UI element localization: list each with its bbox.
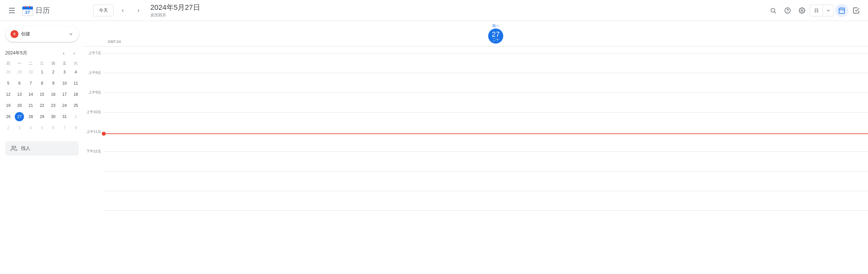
mini-cal-day[interactable]: 20 (14, 100, 25, 111)
date-title-area: 2024年5月27日 农历四月 (150, 3, 200, 18)
time-row: 下午12点 (84, 151, 868, 171)
mini-cal-day[interactable]: 19 (3, 100, 14, 111)
mini-cal-day[interactable]: 9 (48, 78, 59, 89)
settings-button[interactable] (796, 4, 809, 17)
find-people-button[interactable]: 找人 (5, 141, 79, 156)
mini-cal-day[interactable]: 16 (48, 89, 59, 100)
logo-container: 27 日历 (21, 4, 50, 17)
topbar-right: 日 (767, 4, 863, 17)
mini-cal-day[interactable]: 18 (70, 89, 82, 100)
svg-point-10 (801, 9, 803, 11)
time-row-line[interactable] (104, 93, 868, 112)
mini-cal-day[interactable]: 10 (59, 78, 70, 89)
task-view-button[interactable] (849, 4, 863, 17)
svg-point-15 (12, 146, 14, 148)
day-number-circle[interactable]: 27 二十 (488, 29, 503, 44)
time-row: 上午11点 (84, 132, 868, 151)
mini-cal-day[interactable]: 8 (70, 122, 82, 133)
svg-rect-2 (22, 8, 33, 9)
mini-cal-day[interactable]: 1 (36, 67, 48, 78)
mini-cal-day[interactable]: 23 (48, 100, 59, 111)
weekday-header: 四 (48, 60, 59, 67)
mini-cal-day[interactable]: 30 (48, 111, 59, 122)
mini-cal-day[interactable]: 2 (3, 122, 14, 133)
mini-cal-day[interactable]: 5 (3, 78, 14, 89)
time-row (84, 171, 868, 191)
mini-cal-day[interactable]: 12 (3, 89, 14, 100)
mini-cal-day[interactable]: 24 (59, 100, 70, 111)
time-label: 上午9点 (84, 90, 104, 109)
create-plus-icon: + (10, 30, 19, 38)
time-row-line[interactable] (104, 171, 868, 191)
date-sub: 农历四月 (150, 12, 166, 18)
time-row-line[interactable] (104, 112, 868, 132)
mini-cal-day[interactable]: 29 (36, 111, 48, 122)
time-grid[interactable]: 上午7点上午8点上午9点上午10点上午11点下午12点 (84, 46, 868, 274)
search-icon (770, 7, 776, 14)
main-layout: + 创建 2024年5月 ‹ › 日 一 二 (0, 21, 868, 274)
mini-cal-day[interactable]: 1 (70, 111, 82, 122)
mini-cal-day[interactable]: 2 (48, 67, 59, 78)
today-button[interactable]: 今天 (93, 5, 114, 16)
next-button[interactable]: › (132, 4, 145, 17)
mini-cal-day[interactable]: 30 (25, 67, 36, 78)
view-dropdown-arrow[interactable] (823, 5, 834, 16)
mini-cal-day[interactable]: 25 (70, 100, 82, 111)
hamburger-icon (9, 8, 15, 13)
help-icon (784, 7, 791, 14)
mini-cal-day[interactable]: 28 (25, 111, 36, 122)
mini-cal-day[interactable]: 26 (3, 111, 14, 122)
menu-button[interactable] (5, 4, 19, 17)
time-row-line[interactable] (104, 73, 868, 93)
mini-cal-day[interactable]: 3 (14, 122, 25, 133)
mini-cal-day[interactable]: 8 (36, 78, 48, 89)
mini-cal-day[interactable]: 17 (59, 89, 70, 100)
svg-point-6 (771, 8, 775, 12)
mini-cal-day[interactable]: 27 (14, 111, 25, 122)
mini-cal-day[interactable]: 11 (70, 78, 82, 89)
mini-cal-day[interactable]: 3 (59, 67, 70, 78)
mini-cal-day[interactable]: 7 (25, 78, 36, 89)
mini-cal-day[interactable]: 29 (14, 67, 25, 78)
calendar-view-button[interactable] (835, 4, 848, 17)
mini-cal-day[interactable]: 15 (36, 89, 48, 100)
time-row-line[interactable] (104, 53, 868, 73)
mini-cal-day[interactable]: 21 (25, 100, 36, 111)
task-icon (852, 7, 860, 14)
time-row (84, 191, 868, 210)
view-selector[interactable]: 日 (810, 5, 834, 16)
time-row-line[interactable] (104, 191, 868, 210)
create-button[interactable]: + 创建 (5, 26, 79, 42)
time-row-line[interactable] (104, 210, 868, 230)
help-button[interactable] (781, 4, 794, 17)
mini-cal-day[interactable]: 13 (14, 89, 25, 100)
app-name: 日历 (35, 6, 50, 15)
mini-cal-day[interactable]: 7 (59, 122, 70, 133)
time-row-line[interactable] (104, 132, 868, 151)
mini-cal-day[interactable]: 4 (70, 67, 82, 78)
search-button[interactable] (767, 4, 780, 17)
mini-cal-day[interactable]: 6 (14, 78, 25, 89)
time-row: 上午7点 (84, 53, 868, 73)
time-label: 下午12点 (84, 149, 104, 168)
mini-cal-day[interactable]: 31 (59, 111, 70, 122)
mini-cal-header: 2024年5月 ‹ › (3, 47, 82, 59)
time-label: 上午7点 (84, 50, 104, 70)
mini-cal-day[interactable]: 14 (25, 89, 36, 100)
mini-cal-day[interactable]: 6 (48, 122, 59, 133)
mini-cal-day[interactable]: 22 (36, 100, 48, 111)
mini-cal-next[interactable]: › (70, 48, 79, 58)
mini-cal-day[interactable]: 28 (3, 67, 14, 78)
svg-rect-11 (839, 8, 845, 13)
day-number: 27 (492, 31, 500, 38)
time-row-line[interactable] (104, 151, 868, 171)
time-row (84, 210, 868, 230)
mini-cal-prev[interactable]: ‹ (59, 48, 68, 58)
chevron-down-icon (68, 31, 73, 37)
prev-button[interactable]: ‹ (116, 4, 129, 17)
mini-cal-day[interactable]: 4 (25, 122, 36, 133)
mini-cal-day[interactable]: 5 (36, 122, 48, 133)
time-label (84, 208, 104, 228)
settings-icon (799, 7, 805, 14)
time-grid-inner: 上午7点上午8点上午9点上午10点上午11点下午12点 (84, 46, 868, 230)
